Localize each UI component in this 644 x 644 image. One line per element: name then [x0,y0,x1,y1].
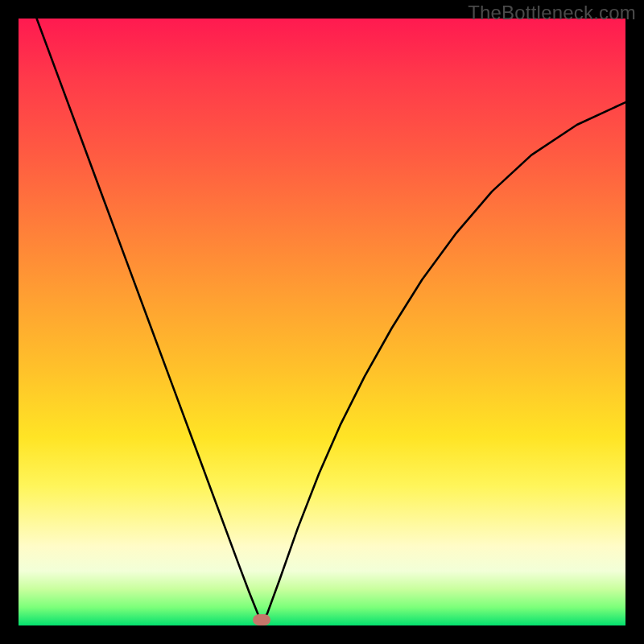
curve-svg [19,19,625,625]
minimum-marker [253,614,270,625]
plot-area [19,19,625,625]
watermark-text: TheBottleneck.com [468,2,636,24]
chart-frame: TheBottleneck.com [0,0,644,644]
bottleneck-curve-path [37,19,625,624]
